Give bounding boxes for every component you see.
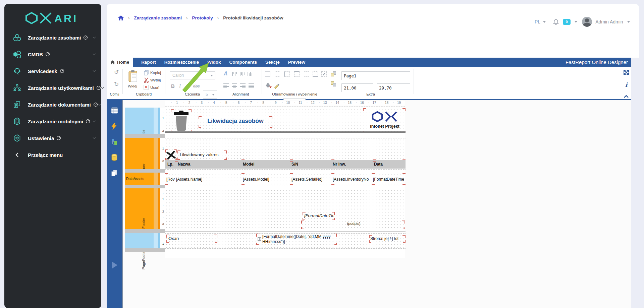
chevron-down-icon[interactable] [93,120,96,122]
cut-label[interactable]: Wytnij [150,78,161,82]
pagefooter-page-number[interactable]: Strona: je] / [Tot [370,236,406,241]
report-tree-icon[interactable] [111,138,117,146]
pages-copy-icon[interactable] [111,170,117,178]
sidebar-item-servicedesk[interactable]: Servicedesk [4,63,101,79]
copy-icon[interactable] [144,70,149,77]
font-color-icon[interactable]: A [224,71,228,77]
chevron-down-icon[interactable] [101,87,104,89]
border-all-icon[interactable] [265,71,270,77]
paste-icon[interactable] [128,70,138,84]
collapse-toolbar-icon[interactable] [624,94,629,100]
properties-panel-icon[interactable] [111,107,118,115]
band-divider[interactable] [125,134,165,138]
data-cell[interactable]: [Assets.Model] [243,177,269,182]
breadcrumb-link-zasoby[interactable]: Zarządzanie zasobami [134,15,182,20]
chevron-down-icon[interactable] [93,37,96,39]
redo-icon[interactable]: ↻ [114,81,119,87]
chevron-down-icon[interactable] [93,53,96,55]
sidebar-toggle-menu[interactable]: Przełącz menu [4,146,101,163]
header-cell[interactable]: Nazwa [178,160,190,169]
chevron-down-icon[interactable] [627,21,630,23]
bring-to-front-icon[interactable] [331,71,337,77]
menu-raport[interactable]: Raport [141,58,156,67]
page-name-input[interactable] [341,71,410,80]
menu-preview[interactable]: Preview [288,58,305,67]
vertical-align-top-icon[interactable] [231,71,237,76]
band-row-reporttitle[interactable]: Likwidacja zasobów Infonet Projekt [165,108,406,134]
paste-label[interactable]: Wklej [128,84,137,88]
strikethrough-button[interactable]: abc [193,84,200,88]
chevron-down-icon[interactable] [93,70,96,72]
vertical-align-center-icon[interactable] [239,71,245,76]
data-cell[interactable]: [Assets.SerialNo] [291,177,322,182]
band-label-datafooter[interactable]: DataFooter 1 2 3 [125,188,165,229]
trash-image[interactable] [172,111,190,132]
report-logo[interactable]: Infonet Projekt [364,109,406,133]
report-title-text[interactable]: Likwidacja zasobów [200,118,271,125]
vertical-align-bottom-icon[interactable] [247,71,253,76]
align-left-icon[interactable] [223,83,229,88]
undo-icon[interactable]: ↺ [114,69,119,75]
language-selector[interactable]: PL [535,19,546,24]
sidebar-item-ustawienia[interactable]: Ustawienia [4,130,101,146]
data-cell[interactable]: [Assets.Name] [176,177,202,182]
bell-icon[interactable] [553,19,559,25]
band-row-dataheader[interactable]: Likwidowany zakres Lp. Nazwa Model S/N N… [165,138,406,170]
italic-button[interactable]: I [179,83,181,89]
signature-caption[interactable]: (podpis) [303,222,405,226]
avatar[interactable] [582,17,592,27]
menu-sekcje[interactable]: Sekcje [265,58,280,67]
pagefooter-left-text[interactable]: Oxari [168,236,179,241]
fill-color-icon[interactable] [264,82,272,90]
band-divider[interactable] [125,229,165,233]
sidebar-item-cmdb[interactable]: CMDB [4,46,101,63]
tab-home[interactable]: Home [107,58,133,67]
page-height-input[interactable] [377,83,410,92]
band-label-reporttitle[interactable]: ReportTitle 1 2 [125,108,165,134]
bold-button[interactable]: B [171,83,175,89]
info-icon[interactable]: i [625,81,627,88]
home-icon[interactable] [118,15,124,20]
border-top-icon[interactable] [294,71,300,77]
chevron-down-icon[interactable] [93,137,96,139]
pagefooter-line[interactable] [165,232,406,232]
sidebar-item-zarzadzanie-zasobami[interactable]: Zarządzanie zasobami [4,29,101,46]
section-label-text[interactable]: Likwidowany zakres [180,152,219,157]
data-cell[interactable]: [FormatDateTime [373,177,406,182]
band-label-pagefooter[interactable]: PageFooter 1 [125,233,165,248]
cut-icon[interactable] [144,77,149,84]
events-panel-icon[interactable] [111,123,117,131]
menu-widok[interactable]: Widok [207,58,221,67]
band-divider[interactable] [125,169,165,173]
header-cell[interactable]: Model [243,160,255,169]
send-to-back-icon[interactable] [331,81,337,87]
data-sources-icon[interactable] [111,154,118,162]
report-page[interactable]: Likwidacja zasobów Infonet Projekt [165,107,405,258]
chevron-down-icon[interactable] [98,104,101,106]
band-row-dataassets[interactable]: [Rov [Assets.Name] [Assets.Model] [Asset… [165,173,406,185]
underline-button[interactable]: U [186,83,190,88]
notification-badge[interactable]: 0 [563,19,571,25]
sidebar-item-zarzadzanie-mobilnymi[interactable]: Zarządzanie mobilnymi [4,113,101,130]
font-family-select[interactable]: Calibri [170,71,215,79]
border-right-icon[interactable] [304,71,309,77]
data-cell[interactable]: [Rov [166,177,175,182]
data-cell[interactable]: [Assets.InventoryNo [333,177,372,182]
delete-icon[interactable]: ✕ [144,85,149,90]
header-cell[interactable]: Nr inw. [333,160,346,169]
border-bottom-icon[interactable] [313,71,318,77]
align-right-icon[interactable] [240,83,246,88]
brush-icon[interactable] [274,83,280,90]
footer-date-text[interactable]: [FormatDateTin [304,213,334,218]
table-header-row[interactable]: Lp. Nazwa Model S/N Nr inw. Data [165,160,406,169]
chevron-down-icon[interactable] [575,21,577,23]
align-center-icon[interactable] [231,83,237,88]
page-width-input[interactable] [341,83,373,92]
signature-line[interactable] [303,220,405,220]
band-label-dataheader[interactable]: DataHeader 1 2 [125,138,165,169]
report-line-object[interactable] [165,131,406,133]
copy-label[interactable]: Kopiuj [150,71,161,75]
band-label-dataassets[interactable]: DataAssets [125,173,165,185]
breadcrumb-link-protokoly[interactable]: Protokoły [192,15,213,20]
band-row-pagefooter[interactable]: Oxari [FormatDateTime([Date], "dd.MM.yyy… [165,233,406,249]
